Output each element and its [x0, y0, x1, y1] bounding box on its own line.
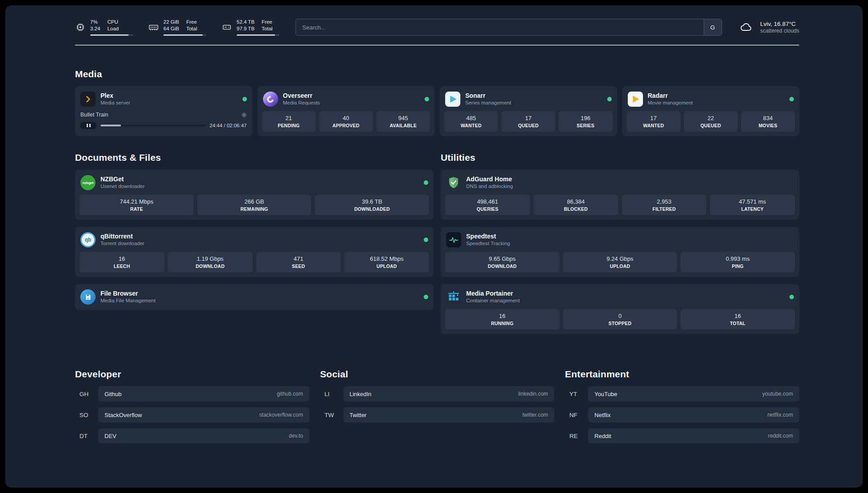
stat-queued: 22QUEUED — [684, 111, 738, 132]
bookmark-link[interactable]: StackOverflowstackoverflow.com — [98, 407, 309, 422]
service-name: qBittorrent — [100, 233, 144, 240]
disk-icon — [221, 22, 232, 33]
service-card-qbittorrent: qb qBittorrent Torrent downloader 16LEEC… — [75, 227, 434, 277]
stat-label: QUEUED — [686, 123, 736, 128]
stat-value: 1.19 Gbps — [170, 255, 251, 263]
service-link-portainer[interactable]: Media Portainer Container management — [445, 288, 795, 309]
service-link-overseerr[interactable]: Overseerr Media Requests — [262, 91, 430, 111]
stat-value: 86,384 — [535, 198, 617, 205]
stat-value: 16 — [447, 312, 558, 320]
nzbget-stats: 744.21 MbpsRATE266 GBREMAINING39.6 TBDOW… — [79, 195, 429, 215]
stat-filtered: 2,953FILTERED — [622, 195, 707, 215]
bookmark-link[interactable]: Twittertwitter.com — [343, 407, 555, 422]
stat-blocked: 86,384BLOCKED — [534, 195, 618, 215]
section-utilities: Utilities AdGuard Home DNS and adblockin… — [441, 152, 799, 341]
status-dot-online — [424, 180, 428, 185]
service-name: NZBGet — [100, 175, 145, 183]
stat-remaining: 266 GBREMAINING — [197, 195, 312, 215]
bookmark-abbr: SO — [75, 412, 98, 418]
service-link-filebrowser[interactable]: File Browser Media File Management — [79, 288, 429, 305]
nzbget-icon: nzbget — [80, 175, 96, 190]
service-name: Overseerr — [283, 92, 320, 100]
stat-label: FILTERED — [624, 206, 705, 212]
radarr-stats: 17WANTED22QUEUED834MOVIES — [627, 111, 795, 132]
service-card-plex: Plex Media server Bullet Train — [75, 86, 252, 136]
qbittorrent-icon: qb — [80, 232, 96, 247]
search-provider-button[interactable]: G — [704, 19, 722, 35]
service-card-nzbget: nzbget NZBGet Usenet downloader 744.21 M… — [75, 170, 434, 220]
service-link-qbittorrent[interactable]: qb qBittorrent Torrent downloader — [79, 231, 429, 252]
stat-queries: 498,461QUERIES — [445, 195, 530, 215]
service-description: Series management — [465, 100, 511, 106]
adguard-stats: 498,461QUERIES86,384BLOCKED2,953FILTERED… — [445, 195, 795, 215]
stat-label: APPROVED — [321, 123, 371, 128]
portainer-icon — [446, 289, 461, 305]
service-link-adguard[interactable]: AdGuard Home DNS and adblocking — [445, 174, 795, 195]
stat-value: 22 — [686, 114, 736, 122]
search-input[interactable] — [296, 19, 704, 35]
filebrowser-icon — [80, 289, 96, 305]
stat-label: TOTAL — [682, 321, 793, 326]
stat-value: 0 — [565, 312, 676, 320]
stat-available: 945AVAILABLE — [376, 111, 430, 132]
nzbget-icon-text: nzbget — [83, 181, 94, 185]
stat-value: 40 — [321, 114, 371, 122]
memory-total-value: 64 GiB — [163, 25, 179, 32]
bookmark-group-entertainment: Entertainment YTYouTubeyoutube.comNFNetf… — [565, 369, 799, 449]
stat-label: AVAILABLE — [378, 123, 428, 128]
service-card-adguard: AdGuard Home DNS and adblocking 498,461Q… — [441, 170, 799, 220]
bookmark-url: reddit.com — [768, 433, 793, 439]
bookmark-link[interactable]: YouTubeyoutube.com — [588, 386, 799, 401]
stat-value: 9.65 Gbps — [447, 255, 558, 263]
playback-progress-bar[interactable] — [100, 125, 205, 126]
stat-wanted: 17WANTED — [627, 111, 680, 132]
search-bar: G — [296, 19, 722, 36]
pause-button[interactable] — [80, 122, 96, 129]
stat-label: LATENCY — [712, 206, 793, 212]
service-name: Plex — [100, 92, 130, 100]
service-link-sonarr[interactable]: Sonarr Series management — [444, 91, 613, 111]
memory-widget: 22 GiB 64 GiB Free Total — [148, 19, 206, 36]
bookmark-abbr: GH — [75, 391, 98, 397]
gear-icon[interactable] — [241, 112, 247, 118]
stat-label: BLOCKED — [535, 206, 617, 212]
status-dot-online — [789, 97, 794, 101]
service-description: Torrent downloader — [100, 240, 144, 247]
bookmark-abbr: DT — [75, 433, 98, 439]
stat-stopped: 0STOPPED — [563, 309, 677, 330]
service-link-nzbget[interactable]: nzbget NZBGet Usenet downloader — [79, 174, 429, 195]
portainer-stats: 16RUNNING0STOPPED16TOTAL — [445, 309, 795, 330]
stat-download: 1.19 GbpsDOWNLOAD — [168, 252, 253, 272]
stat-label: WANTED — [629, 123, 679, 128]
overseerr-icon — [263, 92, 278, 107]
stat-value: 0.993 ms — [682, 255, 793, 263]
service-link-speedtest[interactable]: Speedtest Speedtest Tracking — [445, 231, 795, 252]
bookmark-url: stackoverflow.com — [259, 412, 303, 418]
service-link-plex[interactable]: Plex Media server — [79, 91, 248, 111]
bookmark-link[interactable]: Netflixnetflix.com — [588, 407, 799, 422]
stat-label: STOPPED — [565, 321, 676, 326]
service-description: DNS and adblocking — [466, 183, 513, 190]
free-label: Free — [262, 19, 272, 25]
bookmark-link[interactable]: DEVdev.to — [98, 428, 309, 443]
bookmark-link[interactable]: LinkedInlinkedin.com — [343, 386, 555, 401]
stat-value: 834 — [743, 114, 793, 122]
service-link-radarr[interactable]: Radarr Movie management — [627, 91, 795, 111]
bookmark-link[interactable]: Githubgithub.com — [98, 386, 309, 401]
plex-now-playing: Bullet Train 24:44 / 02:06:47 — [79, 111, 248, 130]
bookmark-url: twitter.com — [522, 412, 548, 418]
service-name: Radarr — [648, 92, 693, 100]
stat-approved: 40APPROVED — [319, 111, 373, 132]
service-description: Media Requests — [283, 100, 320, 106]
stat-label: QUEUED — [503, 123, 553, 128]
stat-series: 196SERIES — [559, 111, 612, 132]
bookmark-link[interactable]: Redditreddit.com — [588, 428, 799, 443]
section-title-developer: Developer — [75, 369, 309, 380]
speedtest-icon — [446, 232, 461, 247]
bookmark-name: YouTube — [594, 391, 617, 397]
stat-label: PING — [682, 263, 793, 269]
bookmark-twitter: TWTwittertwitter.com — [320, 407, 555, 422]
section-documents: Documents & Files nzbget NZBGet Usenet d… — [75, 152, 434, 341]
overseerr-stats: 21PENDING40APPROVED945AVAILABLE — [262, 111, 430, 132]
bookmark-abbr: TW — [320, 412, 343, 418]
